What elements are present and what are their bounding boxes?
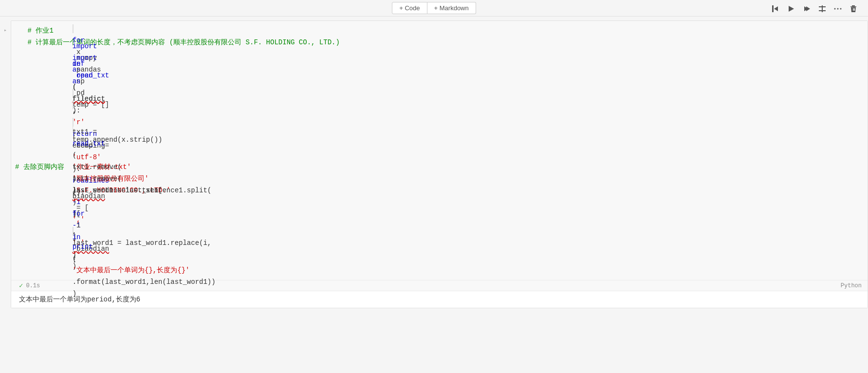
svg-point-8 (834, 8, 836, 10)
svg-rect-0 (772, 5, 774, 12)
top-bar: + Code + Markdown (0, 0, 868, 17)
code-line-1: # 作业1 (11, 25, 868, 37)
code-tab[interactable]: + Code (392, 2, 427, 14)
svg-marker-4 (806, 6, 810, 11)
cell-gutter: ▸ (0, 17, 11, 312)
code-line-import-numpy: import numpy as np (11, 58, 868, 70)
check-icon: ✓ (19, 281, 23, 290)
var-txt1: txt1 = (73, 128, 101, 136)
str-print: '文本中最后一个单词为{},长度为{}' (73, 266, 190, 274)
run-cell-button[interactable] (784, 2, 798, 16)
svg-rect-7 (822, 5, 823, 12)
code-line-empty-1 (11, 48, 868, 58)
svg-point-9 (837, 8, 839, 10)
notebook-container: + Code + Markdown (0, 0, 868, 373)
language-badge: Python (841, 282, 862, 289)
markdown-tab[interactable]: + Markdown (427, 2, 476, 14)
indent-guide-2 (73, 24, 82, 33)
svg-point-10 (840, 8, 842, 10)
code-line-append: temp.append(x.strip()) (11, 116, 868, 128)
tab-buttons: + Code + Markdown (392, 2, 476, 14)
svg-marker-2 (789, 6, 794, 12)
var-format: .format(last_word1,len(last_word1)) (73, 278, 216, 286)
run-all-above-button[interactable] (769, 2, 782, 16)
kw-for: for (73, 37, 85, 44)
var-x: x (73, 48, 85, 56)
code-line-print: print ( '文本中最后一个单词为{},长度为{}' .format(las… (11, 264, 868, 276)
svg-rect-11 (852, 5, 855, 6)
cell-wrapper: # 作业1 # 计算最后一个单词的长度，不考虑页脚内容 (顺丰控股股份有限公司 … (11, 17, 868, 312)
fn-read-txt-2: read_txt (73, 140, 105, 148)
cell-container: ▸ # 作业1 # 计算最后一个单词的长度，不考虑页脚内容 (顺丰控股股份有限公… (0, 17, 868, 312)
code-area[interactable]: # 作业1 # 计算最后一个单词的长度，不考虑页脚内容 (顺丰控股股份有限公司 … (11, 21, 868, 280)
split-cell-button[interactable] (815, 2, 829, 16)
svg-marker-1 (774, 6, 778, 11)
cell-status: ✓ 0.1s (19, 281, 40, 290)
svg-rect-12 (850, 6, 856, 7)
toolbar-buttons (769, 2, 860, 16)
code-line-import-pandas: import pandas as pd (11, 70, 868, 81)
code-cell: # 作业1 # 计算最后一个单词的长度，不考虑页脚内容 (顺丰控股股份有限公司 … (11, 20, 868, 308)
exec-time: 0.1s (26, 282, 40, 289)
fn-print: print (73, 243, 93, 251)
svg-rect-13 (853, 8, 854, 11)
kw-in: in (73, 60, 81, 68)
svg-rect-14 (854, 8, 855, 11)
run-all-below-button[interactable] (800, 2, 813, 16)
code-line-2: # 计算最后一个单词的长度，不考虑页脚内容 (顺丰控股股份有限公司 S.F. H… (11, 37, 868, 48)
more-options-button[interactable] (831, 2, 845, 16)
fn-open: open (73, 72, 93, 79)
cell-indicator: ▸ (4, 27, 7, 33)
cell-left-border (11, 21, 13, 308)
output-text: 文本中最后一个单词为period,长度为6 (19, 296, 140, 303)
delete-cell-button[interactable] (847, 2, 860, 16)
